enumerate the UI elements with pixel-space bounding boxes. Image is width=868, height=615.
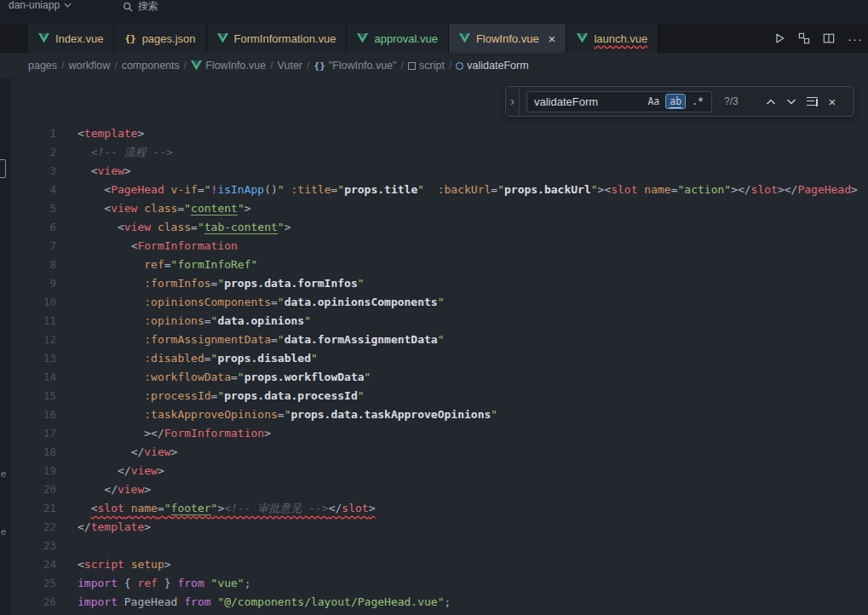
code-line[interactable]: 2 <!-- 流程 -->	[0, 143, 868, 162]
match-case-toggle[interactable]: Aa	[643, 94, 664, 109]
code-token: "	[164, 502, 171, 514]
code-area[interactable]: 1<template>2 <!-- 流程 -->3 <view>4 <PageH…	[0, 78, 868, 612]
run-button[interactable]	[773, 32, 785, 44]
code-line[interactable]: 10 :opinionsComponents="data.opinionsCom…	[0, 293, 868, 312]
code-token: :backUrl	[438, 183, 491, 196]
find-input[interactable]: validateForm	[534, 95, 641, 108]
split-icon	[823, 32, 835, 44]
ellipsis-icon: ···	[848, 32, 863, 46]
global-search[interactable]: 搜索	[116, 0, 165, 15]
breadcrumb-label: FlowInfo.vue	[205, 60, 266, 72]
code-line[interactable]: 1<template>	[0, 124, 868, 143]
code-line[interactable]: 15 :processId="props.data.processId"	[0, 387, 868, 405]
code-line[interactable]: 11 :opinions="data.opinions"	[0, 312, 868, 330]
code-line[interactable]: 6 <view class="tab-content">	[0, 218, 868, 237]
code-token: </	[329, 502, 342, 514]
code-line[interactable]: 14 :workflowData="props.workflowData"	[0, 368, 868, 387]
breadcrumb-label: components	[122, 60, 180, 72]
breadcrumb-item-validateForm[interactable]: validateForm	[456, 60, 528, 72]
code-token: >	[171, 445, 178, 458]
code-line[interactable]: 25import { ref } from "vue";	[0, 574, 868, 593]
code-line[interactable]: 7 <FormInformation	[0, 237, 868, 256]
whole-word-toggle[interactable]: ab	[665, 94, 686, 109]
code-token	[164, 183, 171, 196]
code-token: <	[78, 127, 84, 140]
editor-area[interactable]: e e › validateForm Aa ab .* ?/3 ×	[0, 78, 868, 615]
tab-pages.json[interactable]: {}pages.json	[114, 24, 206, 53]
breadcrumb-item-script[interactable]: script	[408, 60, 445, 72]
split-editor-button[interactable]	[823, 32, 835, 44]
code-token: "	[358, 389, 365, 402]
tab-label: launch.vue	[594, 32, 647, 45]
find-widget: › validateForm Aa ab .* ?/3 ×	[505, 86, 854, 117]
code-token: >	[369, 502, 376, 514]
code-token: :processId	[144, 389, 210, 402]
next-match-button[interactable]	[782, 92, 801, 111]
more-actions-button[interactable]: ···	[848, 32, 863, 46]
code-line[interactable]: 16 :taskApproveOpinions="props.data.task…	[0, 405, 868, 424]
code-line[interactable]: 4 <PageHead v-if="!isInApp()" :title="pr…	[0, 181, 868, 199]
tab-label: approval.vue	[374, 32, 437, 45]
code-line[interactable]: 3 <view>	[0, 162, 868, 181]
tab-bar: Index.vue{}pages.jsonFormInformation.vue…	[0, 24, 868, 53]
code-line[interactable]: 9 :formInfos="props.data.formInfos"	[0, 274, 868, 293]
code-line-text: <!-- 流程 -->	[56, 143, 173, 162]
breadcrumb-item-components[interactable]: components	[122, 60, 180, 72]
find-in-selection-button[interactable]	[802, 92, 821, 111]
tab-FlowInfo.vue[interactable]: FlowInfo.vue×	[449, 24, 566, 53]
code-line[interactable]: 17 ></FormInformation>	[0, 424, 868, 443]
code-token: <	[104, 183, 111, 196]
title-bar: dan-uniapp 搜索	[0, 0, 868, 24]
tab-FormInformation.vue[interactable]: FormInformation.vue	[207, 24, 348, 53]
close-find-button[interactable]: ×	[823, 92, 842, 111]
code-line-text: :workflowData="props.workflowData"	[56, 368, 371, 387]
code-token	[78, 408, 144, 421]
code-token: :taskApproveOpinions	[144, 408, 278, 421]
code-token: :opinionsComponents	[144, 296, 271, 308]
code-line[interactable]: 18 </view>	[0, 443, 868, 462]
code-line[interactable]: 8 ref="formInfoRef"	[0, 256, 868, 274]
previous-match-button[interactable]	[762, 92, 780, 111]
code-token: ref	[137, 577, 157, 589]
code-line[interactable]: 12 :formAssignmentData="data.formAssignm…	[0, 330, 868, 349]
code-line[interactable]: 22</template>	[0, 518, 868, 537]
code-token: <	[118, 221, 124, 233]
code-token: view	[144, 445, 170, 458]
breadcrumb-item-workflow[interactable]: workflow	[69, 60, 111, 72]
code-token: view	[97, 164, 124, 177]
breadcrumb-item-pages[interactable]: pages	[28, 60, 57, 72]
find-expand-chevron[interactable]: ›	[506, 87, 520, 116]
code-line[interactable]: 20 </view>	[0, 480, 868, 499]
code-line[interactable]: 19 </view>	[0, 462, 868, 480]
code-line[interactable]: 23	[0, 537, 868, 555]
code-token	[78, 239, 131, 252]
code-line[interactable]: 21 <slot name="footer"><!-- 审批意见 --></sl…	[0, 499, 868, 518]
code-token	[124, 502, 131, 514]
code-token: template	[84, 127, 138, 140]
breadcrumb-item-FlowInfo.vue[interactable]: FlowInfo.vue	[191, 60, 266, 72]
code-line[interactable]: 26import PageHead from "@/components/lay…	[0, 593, 868, 612]
project-menu[interactable]: dan-uniapp	[3, 0, 77, 13]
code-line-text: <script setup>	[56, 555, 171, 574]
code-line-text: <template>	[56, 124, 144, 143]
find-input-box[interactable]: validateForm Aa ab .*	[526, 91, 712, 112]
breadcrumb-item-Vuter[interactable]: Vuter	[278, 60, 302, 72]
code-line[interactable]: 13 :disabled="props.disabled"	[0, 349, 868, 368]
code-token: footer	[171, 502, 211, 515]
open-changes-button[interactable]	[798, 32, 810, 44]
tab-label: FormInformation.vue	[234, 32, 336, 45]
diff-icon	[798, 32, 810, 44]
regex-toggle[interactable]: .*	[687, 94, 708, 109]
close-icon[interactable]: ×	[549, 32, 556, 45]
code-line[interactable]: 24<script setup>	[0, 555, 868, 574]
code-token: <!-- 流程 -->	[91, 146, 173, 158]
breadcrumb-separator: /	[114, 60, 117, 72]
vue-icon	[38, 33, 49, 43]
code-token: =	[158, 502, 164, 514]
code-line[interactable]: 5 <view class="content">	[0, 199, 868, 218]
tab-launch.vue[interactable]: launch.vue	[566, 24, 658, 53]
breadcrumb-item-FlowInfo.vue[interactable]: {}"FlowInfo.vue"	[314, 60, 397, 72]
tab-approval.vue[interactable]: approval.vue	[347, 24, 448, 53]
tab-Index.vue[interactable]: Index.vue	[28, 24, 114, 53]
code-token: import	[78, 577, 118, 589]
